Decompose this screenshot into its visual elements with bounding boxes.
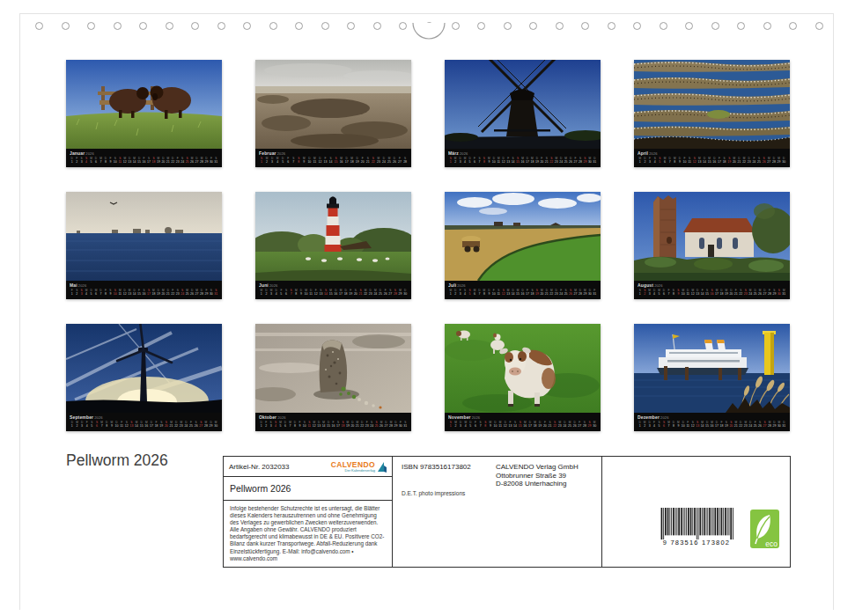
binding-hole (243, 22, 251, 30)
binding-hole (633, 22, 641, 30)
product-title: Pellworm 2026 (230, 483, 291, 494)
yellow-pole (763, 331, 776, 375)
binding-hole (35, 22, 43, 30)
calendar-strip-november: November2026S1M2D3M4D5F6S7S8M9D10M11D12F… (445, 413, 601, 431)
photo-juli-fields (445, 192, 601, 281)
binding-hole (556, 22, 564, 30)
day-cell: M30 (592, 421, 597, 427)
binding-hole (815, 22, 823, 30)
month-thumbnail-maerz: März2026S1M2D3M4D5F6S7S8M9D10M11D12F13S1… (445, 60, 601, 167)
barcode-bars (659, 508, 734, 541)
binding-hole (139, 22, 147, 30)
product-title-row: Pellworm 2026 (224, 477, 392, 501)
day-cell: F31 (593, 289, 597, 295)
binding-hole (504, 22, 512, 30)
day-cell: M31 (782, 289, 786, 295)
binding-hole (789, 22, 797, 30)
photo-april-birds (634, 60, 790, 149)
info-column-right: 9 783516 173802 eco (602, 457, 790, 567)
binding-hole (737, 22, 745, 30)
calvendo-sail-icon (377, 461, 387, 473)
binding-hole (452, 22, 460, 30)
calvendo-logo-text: CALVENDO (331, 461, 375, 468)
photo-mai-sea-horizon (66, 192, 222, 281)
publisher-name: CALVENDO Verlag GmbH (496, 463, 593, 472)
month-thumbnail-dezember: Dezember2026D1M2D3F4S5S6M7D8M9D10F11S12S… (634, 324, 790, 431)
info-column-left: Artikel-Nr. 2032033 CALVENDO Der Kalende… (224, 457, 393, 567)
photo-september-wind-turbine (66, 324, 222, 413)
article-number: Artikel-Nr. 2032033 (229, 463, 289, 471)
binding-hole (295, 22, 303, 30)
photo-oktober-mudflat-post (255, 324, 411, 413)
binding-hole (373, 22, 381, 30)
calendar-strip-april: April2026M1D2F3S4S5M6D7M8D9F10S11S12M13D… (634, 149, 790, 167)
month-thumbnail-september: September2026D1M2D3F4S5S6M7D8M9D10F11S12… (66, 324, 222, 431)
month-thumbnail-august: August2026S1S2M3D4M5D6F7S8S9M10D11M12D13… (634, 192, 790, 299)
month-thumbnail-februar: Februar2026S1M2D3M4D5F6S7S8M9D10M11D12F1… (255, 60, 411, 167)
calendar-strip-mai: Mai2026F1S2S3M4D5M6D7F8S9S10M11D12M13D14… (66, 281, 222, 299)
binding-hole (217, 22, 225, 30)
binding-hole (347, 22, 355, 30)
binding-hole (321, 22, 329, 30)
legal-text: Infolge bestehender Schutzrechte ist es … (230, 505, 386, 562)
page-title: Pellworm 2026 (66, 451, 168, 470)
binding-hole (477, 22, 485, 30)
calendar-strip-januar: Januar2026D1F2S3S4M5D6M7D8F9S10S11M12D13… (66, 149, 222, 167)
eco-label: eco (765, 539, 778, 548)
calvendo-logo: CALVENDO Der Kalenderverlag (331, 461, 387, 473)
photo-maerz-windmill (445, 60, 601, 149)
binding-hole (581, 22, 589, 30)
month-thumbnail-juni: Juni2026M1D2M3D4F5S6S7M8D9M10D11F12S13S1… (255, 192, 411, 299)
calendar-strip-oktober: Oktober2026D1F2S3S4M5D6M7D8F9S10S11M12D1… (255, 413, 411, 431)
day-cell: D30 (402, 289, 408, 295)
binding-hole (711, 22, 719, 30)
barnacle-post (320, 340, 347, 392)
tower-ruin (653, 195, 676, 260)
calendar-strip-september: September2026D1M2D3F4S5S6M7D8M9D10F11S12… (66, 413, 222, 431)
hanger-notch-icon (410, 21, 447, 42)
eco-logo: eco (750, 510, 779, 548)
publisher-street: Ottobrunner Straße 39 (496, 472, 593, 480)
month-thumbnail-grid: Januar2026D1F2S3S4M5D6M7D8F9S10S11M12D13… (66, 60, 790, 431)
isbn: ISBN 9783516173802 (402, 463, 471, 488)
month-thumbnail-mai: Mai2026F1S2S3M4D5M6D7F8S9S10M11D12M13D14… (66, 192, 222, 299)
photo-august-church (634, 192, 790, 281)
day-cell: S31 (214, 157, 218, 163)
binding-hole (529, 22, 537, 30)
day-cell: S31 (214, 289, 218, 295)
calendar-strip-maerz: März2026S1M2D3M4D5F6S7S8M9D10M11D12F13S1… (445, 149, 601, 167)
church (683, 218, 755, 257)
binding-hole (191, 22, 199, 30)
photo-februar-mudflats (255, 60, 411, 149)
month-thumbnail-oktober: Oktober2026D1F2S3S4M5D6M7D8F9S10S11M12D1… (255, 324, 411, 431)
binding-hole (87, 22, 95, 30)
month-thumbnail-januar: Januar2026D1F2S3S4M5D6M7D8F9S10S11M12D13… (66, 60, 222, 167)
publisher-city: D-82008 Unterhaching (496, 480, 593, 488)
calendar-strip-februar: Februar2026S1M2D3M4D5F6S7S8M9D10M11D12F1… (255, 149, 411, 167)
month-thumbnail-november: November2026S1M2D3M4D5F6S7S8M9D10M11D12F… (445, 324, 601, 431)
calendar-strip-dezember: Dezember2026D1M2D3F4S5S6M7D8M9D10F11S12S… (634, 413, 790, 431)
photo-dezember-ferry (634, 324, 790, 413)
barcode-number: 9 783516 173802 (659, 539, 734, 546)
day-cell: D31 (782, 421, 786, 427)
binding-hole (269, 22, 277, 30)
binding-hole (166, 22, 173, 30)
photo-november-cow (445, 324, 601, 413)
product-info-box: Artikel-Nr. 2032033 CALVENDO Der Kalende… (223, 456, 791, 568)
info-column-middle: ISBN 9783516173802 CALVENDO Verlag GmbH … (393, 457, 602, 567)
day-cell: M30 (213, 421, 218, 427)
binding-hole (660, 22, 667, 30)
day-cell: S28 (402, 157, 408, 163)
day-cell: D31 (593, 157, 597, 163)
binding-hole (399, 22, 407, 30)
calendar-strip-juli: Juli2026M1D2F3S4S5M6D7M8D9F10S11S12M13D1… (445, 281, 601, 299)
binding-hole (114, 22, 122, 30)
legal-text-row: Infolge bestehender Schutzrechte ist es … (224, 501, 392, 567)
calvendo-logo-tagline: Der Kalenderverlag (345, 468, 375, 473)
barcode: 9 783516 173802 (659, 508, 734, 546)
calendar-strip-august: August2026S1S2M3D4M5D6F7S8S9M10D11M12D13… (634, 281, 790, 299)
publisher-address: CALVENDO Verlag GmbH Ottobrunner Straße … (496, 463, 593, 488)
article-number-row: Artikel-Nr. 2032033 CALVENDO Der Kalende… (224, 457, 392, 477)
day-cell: S31 (403, 421, 408, 427)
binding-hole (685, 22, 693, 30)
